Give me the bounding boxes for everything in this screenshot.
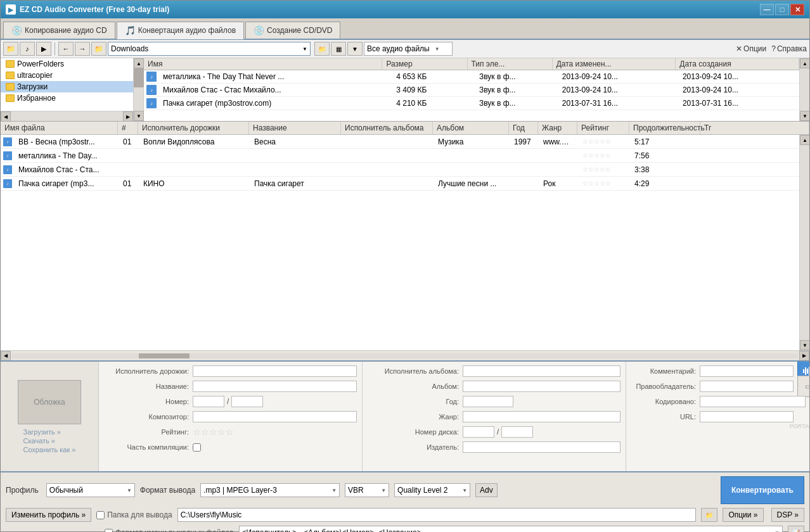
cover-save-link[interactable]: Сохранить как » [23,446,76,453]
filename-checkbox-row: Формат имени выходных файлов [105,528,234,532]
meta-url-input[interactable] [700,411,794,422]
output-path-input[interactable] [177,508,697,522]
folder-checkbox[interactable] [96,511,105,519]
tree-hscroll-right[interactable]: ▶ [123,111,133,122]
tab-copy[interactable]: 💿 Копирование аудио CD [3,22,115,39]
tree-vscroll-down[interactable]: ▼ [134,111,144,121]
meta-album-input[interactable] [463,381,620,392]
track-row[interactable]: ♪ Михайлов Стас - Ста... ☆☆☆☆☆ 3:38 [1,163,799,177]
tree-hscroll-left[interactable]: ◀ [1,111,11,122]
file-vscroll-down[interactable]: ▼ [800,111,809,121]
output-options-button[interactable]: Опции » [723,508,763,522]
tcol-artist[interactable]: Исполнитель дорожки [138,122,249,134]
meta-content: Обложка Загрузить » Скачать » Сохранить … [1,362,809,471]
change-profile-button[interactable]: Изменить профиль » [6,508,91,522]
col-size[interactable]: Размер [382,58,467,70]
format-select[interactable]: .mp3 | MPEG Layer-3 ▼ [200,483,340,497]
meta-encoded-input[interactable] [700,396,806,407]
minimize-button[interactable]: — [760,4,774,15]
meta-left-fields: Исполнитель дорожки: Название: Номер: / … [99,362,362,471]
toolbar-music-btn[interactable]: ♪ [20,42,35,56]
meta-number-total-input[interactable] [231,396,263,407]
adv-button[interactable]: Adv [475,483,498,497]
meta-rating-stars[interactable]: ☆☆☆☆☆ [193,427,234,437]
meta-publisher-input[interactable] [463,441,620,453]
tab-create[interactable]: 💿 Создание CD/DVD [245,22,340,39]
cover-load-link[interactable]: Загрузить » [23,428,61,436]
tab-convert[interactable]: 🎵 Конвертация аудио файлов [117,22,244,39]
meta-comment-input[interactable] [700,365,794,377]
col-modified[interactable]: Дата изменен... [553,58,676,70]
quality-select[interactable]: Quality Level 2 ▼ [394,483,470,497]
toolbar-play-btn[interactable]: ▶ [36,42,51,56]
close-button[interactable]: ✕ [790,4,804,15]
track-hscroll-right[interactable]: ▶ [799,351,809,361]
meta-rights-input[interactable] [700,381,794,392]
file-row[interactable]: ♪ металлика - The Day That Never ... 4 6… [144,70,799,84]
folder-item-favorites[interactable]: Избранное [1,92,133,104]
meta-track-artist-input[interactable] [193,365,357,377]
filename-template-select[interactable]: <Исполнитель> - <Альбом>\<Номер>. <Назва… [239,526,783,532]
filter-btn-1[interactable]: 📁 [314,42,330,56]
filter-combo[interactable]: Все аудио файлы ▼ [364,42,453,56]
col-name[interactable]: Имя [144,58,382,70]
tcol-filename[interactable]: Имя файла [1,122,118,134]
track-file-icon: ♪ [3,137,12,146]
col-created[interactable]: Дата создания [676,58,799,70]
tcol-num[interactable]: # [118,122,138,134]
filename-browse-btn[interactable]: 📝 [788,526,804,532]
track-row[interactable]: ♪ металлика - The Day... ☆☆☆☆☆ 7:56 [1,149,799,163]
meta-disc-total-input[interactable] [501,426,533,438]
track-vscroll-up[interactable]: ▲ [800,135,809,145]
meta-title-input[interactable] [193,381,357,392]
toolbar-back-btn[interactable]: ← [58,42,74,56]
profile-select[interactable]: Обычный ▼ [46,483,135,497]
meta-genre-input[interactable] [463,411,620,422]
filename-checkbox[interactable] [105,529,113,533]
convert-button[interactable]: Конвертировать [721,476,804,504]
tcol-album[interactable]: Альбом [433,122,509,134]
tcol-duration[interactable]: Продолжительность [629,122,700,134]
tcol-title[interactable]: Название [249,122,341,134]
file-row[interactable]: ♪ Михайлов Стас - Стас Михайло... 3 409 … [144,84,799,97]
tree-vscroll-up[interactable]: ▲ [134,58,144,68]
tcol-album-artist[interactable]: Исполнитель альбома [341,122,433,134]
dsp-button[interactable]: DSP » [771,508,804,522]
tcol-year[interactable]: Год [509,122,538,134]
filter-btn-2[interactable]: ▦ [331,42,346,56]
folder-item-downloads[interactable]: Загрузки [1,81,133,92]
maximize-button[interactable]: □ [775,4,789,15]
path-combo[interactable]: Downloads ▼ [108,42,311,56]
vbr-select[interactable]: VBR ▼ [345,483,389,497]
toolbar-up-btn[interactable]: 📁 [91,42,106,56]
tcol-rating[interactable]: Рейтинг [577,122,629,134]
tree-vscroll-thumb [134,68,144,87]
meta-disc-input[interactable] [463,426,494,438]
browse-button[interactable]: 📁 [701,508,717,522]
meta-composer-input[interactable] [193,411,357,422]
options-link[interactable]: ✕ Опции [736,44,766,53]
help-link[interactable]: ? Справка [771,44,807,53]
folder-item-powerfolders[interactable]: PowerFolders [1,58,133,70]
file-row[interactable]: ♪ Пачка сигарет (mp3ostrov.com) 4 210 КБ… [144,97,799,110]
tcol-tr[interactable]: Tr [700,122,809,134]
meta-compilation-checkbox[interactable] [193,443,201,452]
meta-number-input[interactable] [193,396,224,407]
toolbar-folder-btn[interactable]: 📁 [3,42,18,56]
toolbar-forward-btn[interactable]: → [75,42,90,56]
track-row[interactable]: ♪ Пачка сигарет (mp3... 01 КИНО Пачка си… [1,177,799,191]
folder-item-ultracopier[interactable]: ultracopier [1,70,133,81]
filter-btn-3[interactable]: ▼ [347,42,363,56]
file-vscroll: ▲ ▼ [799,58,809,121]
meta-album-artist-input[interactable] [463,365,620,377]
tcol-genre[interactable]: Жанр [538,122,577,134]
file-vscroll-up[interactable]: ▲ [800,58,809,68]
album-art-button[interactable]: ▭ [797,376,809,397]
track-vscroll-down[interactable]: ▼ [800,340,809,350]
track-row[interactable]: ♪ ВВ - Весна (mp3ostr... 01 Вопли Видопл… [1,135,799,149]
tc-duration: 5:17 [631,137,702,147]
meta-year-input[interactable] [463,396,513,407]
cover-download-link[interactable]: Скачать » [23,437,55,445]
track-hscroll-left[interactable]: ◀ [1,351,11,361]
col-type[interactable]: Тип эле... [468,58,553,70]
